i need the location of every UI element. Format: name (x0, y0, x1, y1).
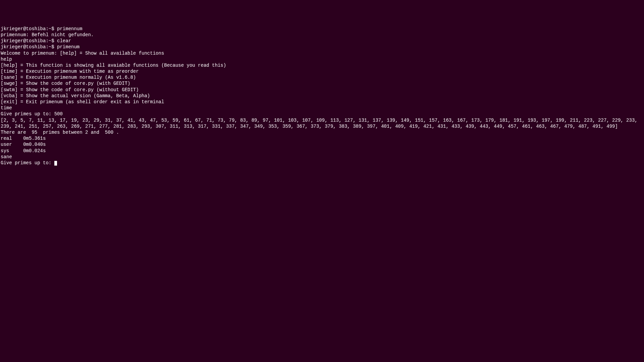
shell-prompt: jkrieger@toshiba:~$ (1, 44, 57, 50)
help-vcba: [vcba] = Show the actual version (Gamma,… (1, 93, 643, 99)
prompt-line-2: jkrieger@toshiba:~$ clear (1, 38, 643, 44)
cursor-icon (54, 161, 57, 166)
give-primes-line: Give primes up to: 500 (1, 111, 643, 117)
command-text: primennum (57, 26, 83, 32)
help-exit: [exit] = Exit primenum (as shell order e… (1, 99, 643, 105)
welcome-line: Welcome to primenum: [help] = Show all a… (1, 50, 643, 56)
error-line: primennum: Befehl nicht gefunden. (1, 32, 643, 38)
prompt-line-3: jkrieger@toshiba:~$ primenum (1, 44, 643, 50)
help-time: [time] = Execution primenum with time as… (1, 68, 643, 74)
help-sane: [sane] = Execution primenum normally (As… (1, 74, 643, 80)
shell-prompt: jkrieger@toshiba:~$ (1, 26, 57, 32)
help-swtm: [swtm] = Show the code of core.py (witho… (1, 87, 643, 93)
give-primes-prompt[interactable]: Give primes up to: (1, 160, 643, 166)
help-input: help (1, 56, 643, 62)
time-input: time (1, 105, 643, 111)
help-swge: [swge] = Show the code of core.py (with … (1, 80, 643, 86)
help-help: [help] = This function is showing all av… (1, 62, 643, 68)
timing-sys: sys 0m0.024s (1, 148, 643, 154)
timing-real: real 0m5.361s (1, 135, 643, 141)
command-text: clear (57, 38, 71, 44)
timing-user: user 0m0.040s (1, 141, 643, 147)
count-line: There are 95 primes between 2 and 500 . (1, 129, 643, 135)
prompt-text: Give primes up to: (1, 160, 54, 166)
sane-input: sane (1, 154, 643, 160)
terminal-output[interactable]: jkrieger@toshiba:~$ primennumprimennum: … (1, 26, 643, 166)
command-text: primenum (57, 44, 79, 50)
primes-output: [2, 3, 5, 7, 11, 13, 17, 19, 23, 29, 31,… (1, 117, 643, 129)
prompt-line-1: jkrieger@toshiba:~$ primennum (1, 26, 643, 32)
shell-prompt: jkrieger@toshiba:~$ (1, 38, 57, 44)
